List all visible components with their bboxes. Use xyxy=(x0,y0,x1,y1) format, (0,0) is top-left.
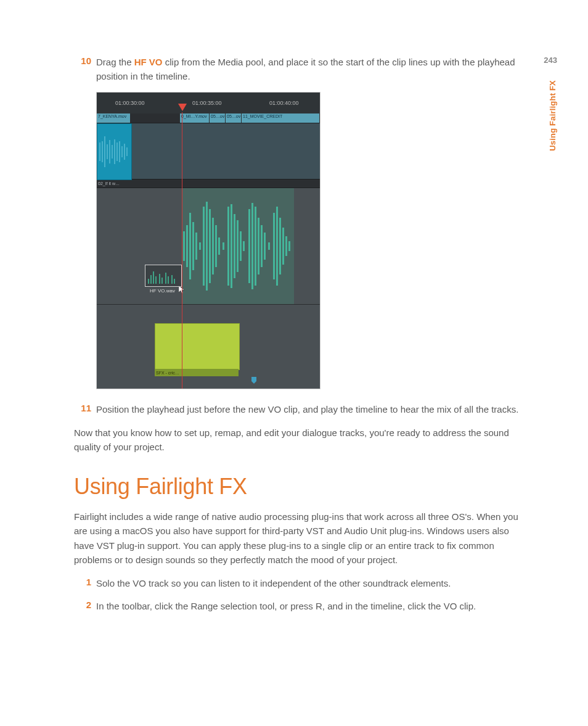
svg-rect-53 xyxy=(174,279,175,284)
step-text: Solo the VO track so you can listen to i… xyxy=(96,577,529,591)
svg-rect-48 xyxy=(159,274,160,284)
drag-clip-label: HF VO.wav xyxy=(150,288,175,294)
playhead-icon xyxy=(178,104,187,112)
svg-rect-29 xyxy=(240,231,242,261)
video-clip: 11_MOVIE_CREDIT xyxy=(242,113,320,123)
svg-rect-17 xyxy=(199,242,201,250)
svg-rect-45 xyxy=(150,275,152,284)
svg-rect-23 xyxy=(218,237,220,255)
video-clip: 7_KENYA.mov xyxy=(97,113,131,123)
video-clip: 05…ov xyxy=(210,113,226,123)
step-10: 10 Drag the HF VO clip from the Media po… xyxy=(74,56,529,83)
svg-rect-51 xyxy=(168,276,169,284)
transition-paragraph: Now that you know how to set up, remap, … xyxy=(74,426,529,455)
step-number: 2 xyxy=(74,600,96,614)
svg-rect-41 xyxy=(282,228,284,265)
sfx-clip xyxy=(155,323,240,370)
svg-rect-38 xyxy=(273,213,275,279)
playhead-line xyxy=(182,112,182,389)
svg-rect-49 xyxy=(161,278,163,284)
section-body-paragraph: Fairlight includes a wide range of nativ… xyxy=(74,509,529,567)
timeline-ruler: 01:00:30:00 01:00:35:00 01:00:40:00 xyxy=(97,93,320,113)
svg-rect-21 xyxy=(212,218,214,274)
svg-rect-19 xyxy=(206,202,208,291)
svg-rect-31 xyxy=(248,209,250,283)
page-number: 243 xyxy=(544,56,557,65)
step-number: 10 xyxy=(74,56,96,83)
side-section-title: Using Fairlight FX xyxy=(548,80,557,151)
svg-rect-43 xyxy=(288,241,290,251)
video-clip: 05…ov xyxy=(226,113,242,123)
clip-marker-icon xyxy=(251,376,257,383)
step-11: 11 Position the playhead just before the… xyxy=(74,403,529,417)
svg-rect-24 xyxy=(223,242,224,250)
cursor-pointer-icon xyxy=(179,286,186,294)
vo-clip-waveform xyxy=(182,188,294,304)
section-heading: Using Fairlight FX xyxy=(74,474,529,500)
timeline-screenshot: 01:00:30:00 01:00:35:00 01:00:40:00 7_KE… xyxy=(96,92,321,389)
step-number: 11 xyxy=(74,403,96,417)
svg-rect-30 xyxy=(243,241,245,251)
vo-track-area: HF VO.wav xyxy=(97,188,320,304)
svg-rect-18 xyxy=(203,207,205,286)
timecode: 01:00:35:00 xyxy=(192,100,222,106)
svg-rect-37 xyxy=(268,242,270,250)
svg-rect-16 xyxy=(195,233,197,260)
audio-track-1 xyxy=(97,123,320,179)
svg-rect-26 xyxy=(231,204,232,288)
svg-rect-15 xyxy=(192,222,194,270)
svg-rect-34 xyxy=(258,218,259,274)
svg-rect-27 xyxy=(234,214,235,278)
svg-rect-33 xyxy=(255,207,256,286)
svg-rect-50 xyxy=(165,273,166,284)
audio-clip-label: 02_If it w… xyxy=(97,179,320,188)
svg-rect-36 xyxy=(264,233,266,260)
svg-rect-20 xyxy=(209,209,211,283)
svg-rect-13 xyxy=(186,225,188,267)
svg-rect-52 xyxy=(171,275,173,284)
fx-step-1: 1 Solo the VO track so you can listen to… xyxy=(74,577,529,591)
video-track-row: 7_KENYA.mov 0_MI…Y.mov 05…ov 05…ov 11_MO… xyxy=(97,113,320,123)
sfx-track-area: SFX - cric… xyxy=(97,304,320,389)
drag-preview-thumbnail xyxy=(145,265,182,287)
step-text: In the toolbar, click the Range selectio… xyxy=(96,600,529,614)
svg-rect-40 xyxy=(279,218,281,274)
step-text: Position the playhead just before the ne… xyxy=(96,403,529,417)
sfx-clip-label: SFX - cric… xyxy=(155,369,239,376)
svg-rect-42 xyxy=(285,236,287,256)
svg-rect-47 xyxy=(155,276,157,284)
svg-rect-12 xyxy=(183,231,185,261)
svg-rect-22 xyxy=(215,225,217,267)
svg-rect-14 xyxy=(189,213,191,279)
step10-pre: Drag the xyxy=(96,57,134,67)
step-text: Drag the HF VO clip from the Media pool,… xyxy=(96,56,529,83)
svg-rect-44 xyxy=(148,279,149,284)
svg-rect-32 xyxy=(251,203,253,289)
step-number: 1 xyxy=(74,577,96,591)
svg-rect-46 xyxy=(153,271,154,284)
timecode: 01:00:40:00 xyxy=(269,100,299,106)
step10-highlight: HF VO xyxy=(134,57,163,67)
audio-clip xyxy=(97,123,132,180)
svg-rect-25 xyxy=(227,207,229,286)
svg-rect-39 xyxy=(276,207,278,286)
fx-step-2: 2 In the toolbar, click the Range select… xyxy=(74,600,529,614)
timecode: 01:00:30:00 xyxy=(115,100,145,106)
svg-rect-35 xyxy=(261,225,263,267)
video-clip: 0_MI…Y.mov xyxy=(180,113,210,123)
svg-rect-28 xyxy=(237,220,239,272)
